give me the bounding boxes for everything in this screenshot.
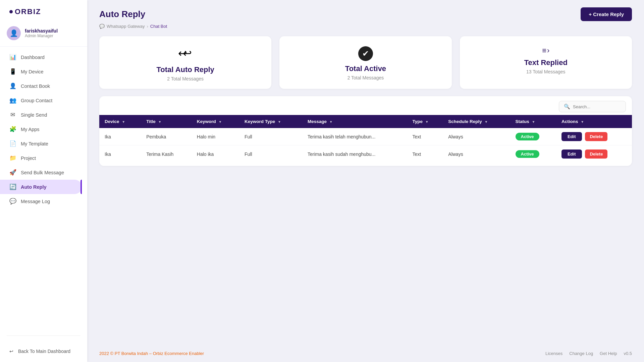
sidebar-item-label-my-apps: My Apps: [21, 127, 40, 132]
col-actions[interactable]: Actions ▼: [556, 115, 632, 128]
sidebar-item-auto-reply[interactable]: 🔄Auto Reply: [0, 180, 82, 194]
page-title: Auto Reply: [99, 9, 145, 19]
search-wrap: 🔍: [559, 101, 626, 112]
sidebar-item-label-group-contact: Group Contact: [21, 98, 52, 103]
sidebar-item-message-log[interactable]: 💬Message Log: [0, 194, 82, 208]
breadcrumb: 💬 Whatsapp Gateway › Chat Bot: [87, 21, 644, 29]
message-sort-icon: ▼: [329, 120, 333, 124]
search-input[interactable]: [573, 104, 621, 109]
dashboard-icon: 📊: [9, 54, 16, 61]
total-active-sub: 2 Total Messages: [347, 75, 384, 80]
cell-schedule-reply-1: Always: [443, 145, 510, 163]
sidebar-divider: [7, 336, 80, 336]
cell-message-0: Terima kasih telah menghubun...: [302, 128, 407, 145]
edit-button-0[interactable]: Edit: [561, 132, 582, 141]
sidebar-item-my-template[interactable]: 📄My Template: [0, 136, 82, 151]
cell-type-1: Text: [407, 145, 443, 163]
keyword-sort-icon: ▼: [219, 120, 222, 124]
total-auto-reply-icon: ↩↩: [178, 46, 193, 62]
svg-text:↩: ↩: [183, 47, 192, 59]
sidebar-item-label-project: Project: [21, 156, 36, 161]
total-active-icon: ✔: [358, 46, 373, 61]
whatsapp-icon: 💬: [99, 24, 105, 29]
my-template-icon: 📄: [9, 140, 16, 147]
col-status[interactable]: Status ▼: [510, 115, 556, 128]
breadcrumb-current: Chat Bot: [150, 24, 167, 29]
auto-reply-icon: 🔄: [9, 183, 16, 190]
footer-brand-link[interactable]: Orbiz Ecommerce Enabler: [153, 351, 204, 356]
group-contact-icon: 👥: [9, 97, 16, 104]
back-to-dashboard[interactable]: ↩ Back To Main Dashboard: [0, 344, 87, 359]
sidebar-item-label-my-device: My Device: [21, 69, 44, 74]
table-head: Device ▼Title ▼Keyword ▼Keyword Type ▼Me…: [99, 115, 632, 128]
sidebar: ORBIZ 👤 fariskhasyaiful Admin Manager 📊D…: [0, 0, 87, 362]
total-auto-reply-title: Total Auto Reply: [157, 65, 214, 74]
delete-button-0[interactable]: Delete: [585, 132, 607, 141]
logo-dot: [9, 10, 13, 13]
sidebar-item-contact-book[interactable]: 👤Contact Book: [0, 79, 82, 93]
table-body: Ika Pembuka Halo min Full Terima kasih t…: [99, 128, 632, 163]
cell-schedule-reply-0: Always: [443, 128, 510, 145]
username: fariskhasyaiful: [25, 28, 58, 34]
col-message[interactable]: Message ▼: [302, 115, 407, 128]
edit-button-1[interactable]: Edit: [561, 149, 582, 159]
sidebar-item-group-contact[interactable]: 👥Group Contact: [0, 93, 82, 108]
cell-title-1: Terima Kasih: [141, 145, 192, 163]
cell-type-0: Text: [407, 128, 443, 145]
schedule_reply-sort-icon: ▼: [485, 120, 488, 124]
breadcrumb-parent: Whatsapp Gateway: [107, 24, 145, 29]
sidebar-item-dashboard[interactable]: 📊Dashboard: [0, 50, 82, 64]
sidebar-item-my-apps[interactable]: 🧩My Apps: [0, 122, 82, 136]
page-footer: 2022 © PT Borwita Indah – Orbiz Ecommerc…: [87, 345, 644, 362]
table-row: Ika Terima Kasih Halo ika Full Terima ka…: [99, 145, 632, 163]
create-reply-button[interactable]: + Create Reply: [581, 7, 632, 21]
footer-link-licenses[interactable]: Licenses: [545, 351, 562, 356]
sidebar-item-my-device[interactable]: 📱My Device: [0, 64, 82, 79]
search-icon: 🔍: [564, 104, 570, 110]
project-icon: 📁: [9, 155, 16, 162]
status-badge-0: Active: [516, 133, 539, 140]
status-sort-icon: ▼: [532, 120, 535, 124]
table-header-row: Device ▼Title ▼Keyword ▼Keyword Type ▼Me…: [99, 115, 632, 128]
footer-copyright: 2022 © PT Borwita Indah – Orbiz Ecommerc…: [99, 351, 204, 356]
sidebar-item-label-message-log: Message Log: [21, 199, 50, 204]
sidebar-item-send-bulk-message[interactable]: 🚀Send Bulk Message: [0, 165, 82, 180]
footer-copyright-text: 2022 © PT Borwita Indah –: [99, 351, 152, 356]
col-schedule_reply[interactable]: Schedule Reply ▼: [443, 115, 510, 128]
back-label: Back To Main Dashboard: [18, 349, 70, 354]
col-title[interactable]: Title ▼: [141, 115, 192, 128]
sidebar-item-label-contact-book: Contact Book: [21, 83, 50, 89]
stat-card-total-auto-reply: ↩↩Total Auto Reply2 Total Messages: [99, 36, 271, 89]
table-toolbar: 🔍: [99, 96, 632, 115]
col-type[interactable]: Type ▼: [407, 115, 443, 128]
single-send-icon: ✉: [9, 111, 16, 118]
sidebar-item-single-send[interactable]: ✉Single Send: [0, 108, 82, 122]
message-log-icon: 💬: [9, 198, 16, 205]
col-device[interactable]: Device ▼: [99, 115, 141, 128]
text-replied-title: Text Replied: [524, 58, 568, 67]
table-section: 🔍 Device ▼Title ▼Keyword ▼Keyword Type ▼…: [99, 96, 632, 166]
avatar: 👤: [7, 26, 21, 40]
device-sort-icon: ▼: [122, 120, 125, 124]
my-device-icon: 📱: [9, 68, 16, 75]
main-content: Auto Reply + Create Reply 💬 Whatsapp Gat…: [87, 0, 644, 362]
sidebar-nav: 📊Dashboard📱My Device👤Contact Book👥Group …: [0, 47, 87, 333]
stat-card-text-replied: ≡›Text Replied13 Total Messages: [460, 36, 632, 89]
footer-link-change-log[interactable]: Change Log: [569, 351, 593, 356]
contact-book-icon: 👤: [9, 82, 16, 89]
status-badge-1: Active: [516, 150, 539, 158]
sidebar-item-label-my-template: My Template: [21, 141, 48, 146]
footer-link-get-help[interactable]: Get Help: [600, 351, 617, 356]
col-keyword_type[interactable]: Keyword Type ▼: [239, 115, 302, 128]
sidebar-item-project[interactable]: 📁Project: [0, 151, 82, 165]
delete-button-1[interactable]: Delete: [585, 149, 607, 159]
cell-actions-0: Edit Delete: [556, 128, 632, 145]
user-role: Admin Manager: [25, 34, 58, 38]
topbar: Auto Reply + Create Reply: [87, 0, 644, 21]
cell-device-0: Ika: [99, 128, 141, 145]
col-keyword[interactable]: Keyword ▼: [192, 115, 239, 128]
cell-keyword-type-0: Full: [239, 128, 302, 145]
sidebar-item-label-auto-reply: Auto Reply: [21, 184, 47, 190]
cell-status-0: Active: [510, 128, 556, 145]
cell-keyword-1: Halo ika: [192, 145, 239, 163]
